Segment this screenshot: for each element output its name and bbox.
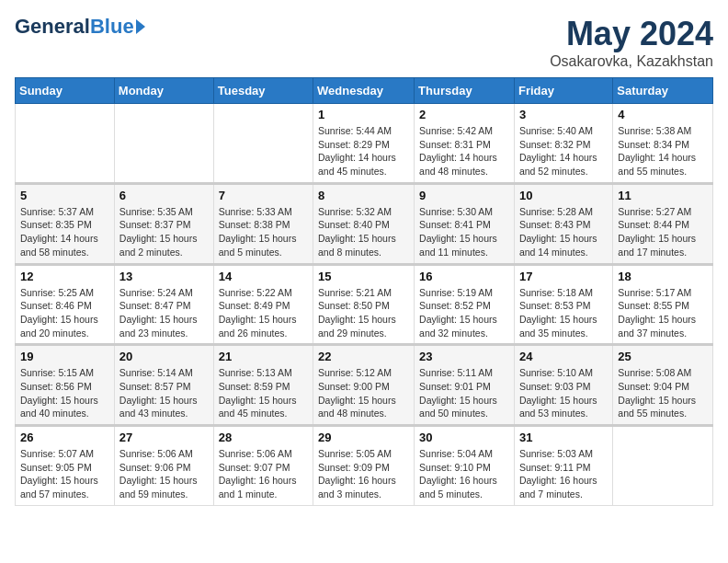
day-info: Sunrise: 5:38 AM Sunset: 8:34 PM Dayligh…	[618, 124, 708, 178]
day-cell: 24Sunrise: 5:10 AM Sunset: 9:03 PM Dayli…	[514, 345, 612, 426]
day-info: Sunrise: 5:40 AM Sunset: 8:32 PM Dayligh…	[519, 124, 608, 178]
day-info: Sunrise: 5:03 AM Sunset: 9:11 PM Dayligh…	[519, 447, 608, 501]
day-cell: 28Sunrise: 5:06 AM Sunset: 9:07 PM Dayli…	[213, 426, 313, 506]
page-header: GeneralBlue May 2024 Osakarovka, Kazakhs…	[15, 15, 713, 70]
day-number: 12	[20, 270, 109, 283]
day-info: Sunrise: 5:06 AM Sunset: 9:07 PM Dayligh…	[219, 447, 308, 501]
day-info: Sunrise: 5:17 AM Sunset: 8:55 PM Dayligh…	[618, 286, 708, 340]
header-cell-sunday: Sunday	[16, 78, 115, 104]
day-number: 26	[20, 431, 109, 444]
day-cell	[213, 104, 313, 184]
day-cell: 31Sunrise: 5:03 AM Sunset: 9:11 PM Dayli…	[514, 426, 612, 506]
day-number: 7	[219, 189, 308, 202]
day-info: Sunrise: 5:28 AM Sunset: 8:43 PM Dayligh…	[519, 205, 608, 259]
logo-text: GeneralBlue	[15, 15, 145, 39]
logo-general: General	[15, 15, 90, 39]
day-cell: 13Sunrise: 5:24 AM Sunset: 8:47 PM Dayli…	[114, 264, 213, 345]
day-cell: 12Sunrise: 5:25 AM Sunset: 8:46 PM Dayli…	[16, 264, 115, 345]
week-row-2: 5Sunrise: 5:37 AM Sunset: 8:35 PM Daylig…	[16, 183, 713, 264]
day-cell: 4Sunrise: 5:38 AM Sunset: 8:34 PM Daylig…	[613, 104, 713, 184]
day-number: 22	[318, 350, 409, 363]
calendar-table: SundayMondayTuesdayWednesdayThursdayFrid…	[15, 77, 713, 506]
day-cell: 25Sunrise: 5:08 AM Sunset: 9:04 PM Dayli…	[613, 345, 713, 426]
day-info: Sunrise: 5:10 AM Sunset: 9:03 PM Dayligh…	[519, 366, 608, 420]
day-number: 13	[119, 270, 209, 283]
week-row-1: 1Sunrise: 5:44 AM Sunset: 8:29 PM Daylig…	[16, 104, 713, 184]
header-cell-friday: Friday	[514, 78, 612, 104]
week-row-4: 19Sunrise: 5:15 AM Sunset: 8:56 PM Dayli…	[16, 345, 713, 426]
day-number: 30	[419, 431, 509, 444]
day-number: 25	[618, 350, 708, 363]
day-info: Sunrise: 5:25 AM Sunset: 8:46 PM Dayligh…	[20, 286, 109, 340]
day-info: Sunrise: 5:33 AM Sunset: 8:38 PM Dayligh…	[219, 205, 308, 259]
day-info: Sunrise: 5:08 AM Sunset: 9:04 PM Dayligh…	[618, 366, 708, 420]
logo-arrow-icon	[136, 19, 145, 34]
day-info: Sunrise: 5:15 AM Sunset: 8:56 PM Dayligh…	[20, 366, 109, 420]
day-info: Sunrise: 5:21 AM Sunset: 8:50 PM Dayligh…	[318, 286, 409, 340]
day-info: Sunrise: 5:13 AM Sunset: 8:59 PM Dayligh…	[219, 366, 308, 420]
day-cell: 11Sunrise: 5:27 AM Sunset: 8:44 PM Dayli…	[613, 183, 713, 264]
day-number: 4	[618, 108, 708, 121]
day-number: 15	[318, 270, 409, 283]
day-number: 20	[119, 350, 209, 363]
day-cell: 8Sunrise: 5:32 AM Sunset: 8:40 PM Daylig…	[313, 183, 415, 264]
day-number: 23	[419, 350, 509, 363]
day-number: 28	[219, 431, 308, 444]
day-cell: 19Sunrise: 5:15 AM Sunset: 8:56 PM Dayli…	[16, 345, 115, 426]
day-number: 10	[519, 189, 608, 202]
day-number: 16	[419, 270, 509, 283]
day-cell	[613, 426, 713, 506]
week-row-5: 26Sunrise: 5:07 AM Sunset: 9:05 PM Dayli…	[16, 426, 713, 506]
day-cell: 22Sunrise: 5:12 AM Sunset: 9:00 PM Dayli…	[313, 345, 415, 426]
day-info: Sunrise: 5:27 AM Sunset: 8:44 PM Dayligh…	[618, 205, 708, 259]
day-cell: 16Sunrise: 5:19 AM Sunset: 8:52 PM Dayli…	[415, 264, 515, 345]
day-cell: 17Sunrise: 5:18 AM Sunset: 8:53 PM Dayli…	[514, 264, 612, 345]
day-info: Sunrise: 5:11 AM Sunset: 9:01 PM Dayligh…	[419, 366, 509, 420]
day-cell: 14Sunrise: 5:22 AM Sunset: 8:49 PM Dayli…	[213, 264, 313, 345]
calendar-header: SundayMondayTuesdayWednesdayThursdayFrid…	[16, 78, 713, 104]
day-info: Sunrise: 5:07 AM Sunset: 9:05 PM Dayligh…	[20, 447, 109, 501]
day-cell: 1Sunrise: 5:44 AM Sunset: 8:29 PM Daylig…	[313, 104, 415, 184]
header-cell-monday: Monday	[114, 78, 213, 104]
day-number: 24	[519, 350, 608, 363]
day-number: 19	[20, 350, 109, 363]
day-info: Sunrise: 5:24 AM Sunset: 8:47 PM Dayligh…	[119, 286, 209, 340]
day-info: Sunrise: 5:05 AM Sunset: 9:09 PM Dayligh…	[318, 447, 409, 501]
day-cell: 18Sunrise: 5:17 AM Sunset: 8:55 PM Dayli…	[613, 264, 713, 345]
day-info: Sunrise: 5:30 AM Sunset: 8:41 PM Dayligh…	[419, 205, 509, 259]
day-info: Sunrise: 5:19 AM Sunset: 8:52 PM Dayligh…	[419, 286, 509, 340]
header-cell-saturday: Saturday	[613, 78, 713, 104]
day-number: 27	[119, 431, 209, 444]
day-cell: 6Sunrise: 5:35 AM Sunset: 8:37 PM Daylig…	[114, 183, 213, 264]
day-number: 9	[419, 189, 509, 202]
day-number: 5	[20, 189, 109, 202]
day-cell: 9Sunrise: 5:30 AM Sunset: 8:41 PM Daylig…	[415, 183, 515, 264]
day-info: Sunrise: 5:35 AM Sunset: 8:37 PM Dayligh…	[119, 205, 209, 259]
day-number: 17	[519, 270, 608, 283]
day-number: 18	[618, 270, 708, 283]
logo: GeneralBlue	[15, 15, 145, 39]
day-cell: 23Sunrise: 5:11 AM Sunset: 9:01 PM Dayli…	[415, 345, 515, 426]
logo-blue: Blue	[90, 15, 134, 39]
day-number: 11	[618, 189, 708, 202]
day-info: Sunrise: 5:32 AM Sunset: 8:40 PM Dayligh…	[318, 205, 409, 259]
day-cell: 7Sunrise: 5:33 AM Sunset: 8:38 PM Daylig…	[213, 183, 313, 264]
header-cell-wednesday: Wednesday	[313, 78, 415, 104]
day-info: Sunrise: 5:18 AM Sunset: 8:53 PM Dayligh…	[519, 286, 608, 340]
header-cell-tuesday: Tuesday	[213, 78, 313, 104]
day-number: 8	[318, 189, 409, 202]
day-cell: 15Sunrise: 5:21 AM Sunset: 8:50 PM Dayli…	[313, 264, 415, 345]
calendar-body: 1Sunrise: 5:44 AM Sunset: 8:29 PM Daylig…	[16, 104, 713, 506]
day-number: 6	[119, 189, 209, 202]
header-cell-thursday: Thursday	[415, 78, 515, 104]
day-number: 2	[419, 108, 509, 121]
day-info: Sunrise: 5:06 AM Sunset: 9:06 PM Dayligh…	[119, 447, 209, 501]
day-info: Sunrise: 5:04 AM Sunset: 9:10 PM Dayligh…	[419, 447, 509, 501]
day-cell: 26Sunrise: 5:07 AM Sunset: 9:05 PM Dayli…	[16, 426, 115, 506]
day-cell	[16, 104, 115, 184]
day-info: Sunrise: 5:44 AM Sunset: 8:29 PM Dayligh…	[318, 124, 409, 178]
day-cell: 3Sunrise: 5:40 AM Sunset: 8:32 PM Daylig…	[514, 104, 612, 184]
week-row-3: 12Sunrise: 5:25 AM Sunset: 8:46 PM Dayli…	[16, 264, 713, 345]
header-row: SundayMondayTuesdayWednesdayThursdayFrid…	[16, 78, 713, 104]
day-info: Sunrise: 5:14 AM Sunset: 8:57 PM Dayligh…	[119, 366, 209, 420]
